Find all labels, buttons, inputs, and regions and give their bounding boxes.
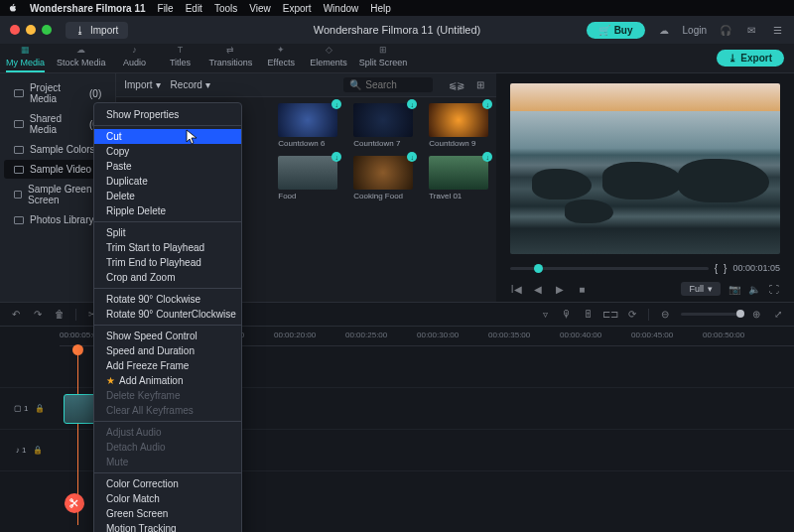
tab-stock-media[interactable]: ☁Stock Media xyxy=(51,39,112,72)
cloud-icon[interactable]: ☁ xyxy=(657,23,671,37)
lock-icon[interactable]: 🔒 xyxy=(32,445,44,457)
undo-icon[interactable]: ↶ xyxy=(10,309,22,321)
lock-icon[interactable]: 🔒 xyxy=(34,403,46,415)
clip-thumbnail[interactable]: ↓ xyxy=(429,103,488,137)
buy-button[interactable]: 🛒 Buy xyxy=(587,22,645,39)
ctx-show-speed-control[interactable]: Show Speed Control xyxy=(94,329,241,343)
notification-icon[interactable]: ✉ xyxy=(744,23,758,37)
mixer-icon[interactable]: 🎚 xyxy=(583,309,595,321)
headset-icon[interactable]: 🎧 xyxy=(719,23,732,37)
ctx-trim-end-to-playhead[interactable]: Trim End to Playhead xyxy=(94,255,241,270)
download-badge-icon[interactable]: ↓ xyxy=(331,152,341,162)
menu-help[interactable]: Help xyxy=(370,3,391,14)
grid-view-icon[interactable]: ⊞ xyxy=(476,79,488,90)
marker-icon[interactable]: ▿ xyxy=(539,309,551,321)
zoom-slider[interactable] xyxy=(681,313,740,316)
preview-scrubber[interactable] xyxy=(510,267,709,270)
tab-effects[interactable]: ✦Effects xyxy=(258,39,304,72)
playhead-knob[interactable] xyxy=(534,264,543,273)
filter-icon[interactable]: ⫹⫺ xyxy=(449,79,461,90)
menu-window[interactable]: Window xyxy=(324,3,359,14)
context-menu[interactable]: Show PropertiesCutCopyPasteDuplicateDele… xyxy=(93,102,242,532)
ctx-paste[interactable]: Paste xyxy=(94,159,241,174)
delete-icon[interactable]: 🗑 xyxy=(54,309,66,321)
snap-icon[interactable]: ⊏⊐ xyxy=(604,309,616,321)
ctx-trim-start-to-playhead[interactable]: Trim Start to Playhead xyxy=(94,240,241,255)
ctx-delete[interactable]: Delete xyxy=(94,189,241,203)
ctx-color-match[interactable]: Color Match xyxy=(94,491,241,506)
import-dropdown[interactable]: Import▾ xyxy=(124,79,160,90)
tab-my-media[interactable]: ▦My Media xyxy=(0,39,51,72)
redo-icon[interactable]: ↷ xyxy=(32,309,44,321)
clip-thumbnail[interactable]: ↓ xyxy=(278,103,337,137)
download-badge-icon[interactable]: ↓ xyxy=(482,99,492,109)
ctx-duplicate[interactable]: Duplicate xyxy=(94,174,241,189)
ctx-add-animation[interactable]: ★Add Animation xyxy=(94,373,241,388)
ctx-motion-tracking[interactable]: Motion Tracking xyxy=(94,521,241,532)
media-clip[interactable]: ↓Food xyxy=(278,156,337,200)
clip-thumbnail[interactable]: ↓ xyxy=(353,103,413,137)
play-button[interactable]: ▶ xyxy=(554,283,566,295)
close-window-icon[interactable] xyxy=(10,25,20,35)
clip-thumbnail[interactable]: ↓ xyxy=(278,156,337,190)
media-clip[interactable]: ↓Countdown 6 xyxy=(278,103,337,148)
traffic-lights[interactable] xyxy=(10,25,52,35)
media-clip[interactable]: ↓Cooking Food xyxy=(353,156,413,200)
ctx-speed-and-duration[interactable]: Speed and Duration xyxy=(94,343,241,358)
ctx-rotate-90-clockwise[interactable]: Rotate 90° Clockwise xyxy=(94,292,241,307)
tab-split-screen[interactable]: ⊞Split Screen xyxy=(353,39,414,72)
ctx-rotate-90-counterclockwise[interactable]: Rotate 90° CounterClockwise xyxy=(94,307,241,322)
ctx-copy[interactable]: Copy xyxy=(94,144,241,159)
clip-thumbnail[interactable]: ↓ xyxy=(353,156,413,190)
login-link[interactable]: Login xyxy=(683,25,707,36)
menu-file[interactable]: File xyxy=(158,3,174,14)
tab-titles[interactable]: TTitles xyxy=(158,39,203,72)
ctx-green-screen[interactable]: Green Screen xyxy=(94,506,241,521)
download-badge-icon[interactable]: ↓ xyxy=(407,152,417,162)
import-button[interactable]: ⭳ Import xyxy=(66,22,128,39)
app-name[interactable]: Wondershare Filmora 11 xyxy=(30,3,146,14)
volume-icon[interactable]: 🔈 xyxy=(748,283,760,295)
menu-edit[interactable]: Edit xyxy=(186,3,202,14)
search-input[interactable] xyxy=(365,79,425,90)
preview-video[interactable] xyxy=(510,83,780,254)
ctx-crop-and-zoom[interactable]: Crop and Zoom xyxy=(94,270,241,285)
ctx-show-properties[interactable]: Show Properties xyxy=(94,107,241,122)
stop-button[interactable]: ■ xyxy=(576,283,588,295)
menu-view[interactable]: View xyxy=(249,3,271,14)
ctx-split[interactable]: Split xyxy=(94,225,241,240)
minimize-window-icon[interactable] xyxy=(26,25,36,35)
clip-thumbnail[interactable]: ↓ xyxy=(429,156,488,190)
tab-transitions[interactable]: ⇄Transitions xyxy=(203,39,259,72)
media-clip[interactable]: ↓Countdown 9 xyxy=(429,103,488,148)
export-button[interactable]: ⤓ Export xyxy=(717,50,784,66)
cut-marker-icon[interactable] xyxy=(65,493,84,513)
ctx-ripple-delete[interactable]: Ripple Delete xyxy=(94,203,241,218)
download-badge-icon[interactable]: ↓ xyxy=(482,152,492,162)
render-icon[interactable]: ⟳ xyxy=(626,309,638,321)
ctx-color-correction[interactable]: Color Correction xyxy=(94,476,241,491)
record-dropdown[interactable]: Record▾ xyxy=(171,79,210,90)
zoom-in-icon[interactable]: ⊕ xyxy=(750,309,762,321)
preview-quality-select[interactable]: Full▾ xyxy=(681,282,721,296)
apple-icon[interactable] xyxy=(8,3,18,13)
voice-icon[interactable]: 🎙 xyxy=(561,309,573,321)
maximize-window-icon[interactable] xyxy=(42,25,52,35)
tab-audio[interactable]: ♪Audio xyxy=(112,39,158,72)
tab-elements[interactable]: ◇Elements xyxy=(304,39,353,72)
menu-icon[interactable]: ☰ xyxy=(770,23,784,37)
search-box[interactable]: 🔍 xyxy=(343,77,433,92)
fullscreen-icon[interactable]: ⛶ xyxy=(768,283,780,295)
menu-export[interactable]: Export xyxy=(283,3,312,14)
download-badge-icon[interactable]: ↓ xyxy=(331,99,341,109)
media-clip[interactable]: ↓Countdown 7 xyxy=(353,103,413,148)
camera-icon[interactable]: 📷 xyxy=(728,283,740,295)
prev-frame-button[interactable]: I◀ xyxy=(510,283,522,295)
download-badge-icon[interactable]: ↓ xyxy=(407,99,417,109)
play-back-button[interactable]: ◀ xyxy=(532,283,544,295)
zoom-fit-icon[interactable]: ⤢ xyxy=(772,309,784,321)
menu-tools[interactable]: Tools xyxy=(214,3,237,14)
ctx-add-freeze-frame[interactable]: Add Freeze Frame xyxy=(94,358,241,373)
zoom-out-icon[interactable]: ⊖ xyxy=(659,309,671,321)
media-clip[interactable]: ↓Travel 01 xyxy=(429,156,488,200)
